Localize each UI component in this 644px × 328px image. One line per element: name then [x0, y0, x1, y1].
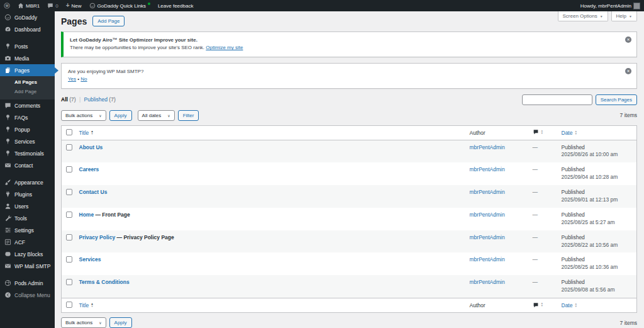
author-link[interactable]: mbrPentAdmin: [470, 212, 505, 218]
pages-submenu: All PagesAdd Page: [0, 76, 55, 99]
leave-feedback-link[interactable]: Leave feedback: [154, 0, 197, 11]
sidebar-item-popup[interactable]: Popup: [0, 123, 55, 135]
page-status: Published: [562, 144, 635, 152]
sidebar-item-label: Testimonials: [14, 150, 44, 157]
page-title-link[interactable]: Home: [79, 212, 94, 218]
godaddy-quick-links-menu[interactable]: GoDaddy Quick Links: [86, 0, 154, 11]
page-title-link[interactable]: Careers: [79, 166, 99, 172]
dismiss-icon[interactable]: ✕: [625, 68, 631, 74]
view-published[interactable]: Published: [84, 96, 108, 103]
quick-links-label: GoDaddy Quick Links: [97, 3, 146, 9]
screen-options-button[interactable]: Screen Options ▼: [558, 11, 608, 21]
admin-bar-comments[interactable]: 0: [43, 0, 62, 11]
sidebar-item-collapse-menu[interactable]: Collapse Menu: [0, 289, 55, 301]
apply-button[interactable]: Apply: [109, 317, 132, 328]
sidebar-item-appearance[interactable]: Appearance: [0, 176, 55, 188]
sidebar-item-users[interactable]: Users: [0, 200, 55, 212]
select-all-checkbox[interactable]: [66, 129, 72, 135]
author-link[interactable]: mbrPentAdmin: [470, 166, 505, 172]
sidebar-item-pods-admin[interactable]: Pods Admin: [0, 277, 55, 289]
author-link[interactable]: mbrPentAdmin: [470, 189, 505, 195]
add-page-button[interactable]: Add Page: [92, 16, 125, 26]
smtp-no-link[interactable]: No: [80, 76, 87, 82]
sidebar-item-comments[interactable]: Comments: [0, 99, 55, 111]
sidebar-item-wp-mail-smtp[interactable]: WP Mail SMTP: [0, 260, 55, 272]
sidebar-item-faqs[interactable]: FAQs: [0, 111, 55, 123]
sort-by-title[interactable]: Title ▲▼: [79, 130, 94, 136]
comment-bubble-icon: [533, 302, 539, 308]
sidebar-item-plugins[interactable]: Plugins: [0, 188, 55, 200]
dismiss-icon[interactable]: ✕: [625, 37, 631, 43]
avatar: [633, 3, 640, 9]
sidebar-item-pages[interactable]: Pages: [0, 64, 55, 76]
help-button[interactable]: Help ▼: [611, 11, 637, 21]
pin-icon: [4, 150, 11, 157]
tablenav-bottom: Bulk actions ∨ Apply 7 items: [61, 317, 637, 328]
all-dates-select[interactable]: All dates ∨: [138, 110, 175, 121]
sidebar-item-dashboard[interactable]: Dashboard: [0, 23, 55, 35]
author-link[interactable]: mbrPentAdmin: [470, 256, 505, 263]
page-title-link[interactable]: Contact Us: [79, 189, 108, 195]
row-checkbox[interactable]: [66, 144, 72, 150]
sidebar-item-lazy-blocks[interactable]: Lazy Blocks: [0, 248, 55, 260]
sort-by-comments[interactable]: ▲▼: [533, 129, 543, 135]
date-column-label: Date: [562, 130, 573, 136]
row-checkbox[interactable]: [66, 234, 72, 240]
author-link[interactable]: mbrPentAdmin: [470, 234, 505, 240]
sidebar-subitem-add-page[interactable]: Add Page: [0, 87, 55, 96]
acf-icon: [4, 239, 11, 246]
bulk-actions-select[interactable]: Bulk actions ∨: [61, 317, 106, 328]
plugins-icon: [4, 191, 11, 198]
page-date: 2025/09/01 at 12:13 pm: [562, 196, 635, 204]
page-title: Pages: [61, 16, 87, 26]
sidebar-item-contact[interactable]: Contact: [0, 159, 55, 171]
sidebar-item-posts[interactable]: Posts: [0, 40, 55, 52]
optimize-site-link[interactable]: Optimize my site: [206, 45, 243, 50]
page-title-link[interactable]: Terms & Conditions: [79, 279, 130, 285]
page-title-link[interactable]: Services: [79, 256, 101, 263]
author-link[interactable]: mbrPentAdmin: [470, 279, 505, 285]
apply-button[interactable]: Apply: [109, 110, 132, 121]
row-checkbox[interactable]: [66, 256, 72, 263]
table-footer-row: Title ▲▼ Author ▲▼ Date ▲▼: [62, 298, 637, 313]
dashboard-icon: [4, 26, 11, 33]
sidebar-subitem-all-pages[interactable]: All Pages: [0, 77, 55, 87]
menu-separator: [0, 35, 55, 40]
site-name-menu[interactable]: MBR1: [14, 0, 43, 11]
my-account-menu[interactable]: Howdy, mbrPentAdmin: [577, 0, 644, 11]
bulk-actions-select[interactable]: Bulk actions ∨: [61, 110, 106, 121]
search-pages-button[interactable]: Search Pages: [596, 94, 637, 105]
page-title-link[interactable]: About Us: [79, 144, 103, 150]
sidebar-item-tools[interactable]: Tools: [0, 212, 55, 224]
pin-icon: [4, 114, 11, 121]
sort-by-date[interactable]: Date ▲▼: [562, 130, 577, 136]
view-all[interactable]: All: [61, 96, 68, 103]
no-comments-dash: —: [533, 212, 538, 218]
row-checkbox[interactable]: [66, 166, 72, 172]
row-checkbox[interactable]: [66, 212, 72, 218]
select-all-checkbox[interactable]: [66, 302, 72, 308]
search-input[interactable]: [522, 94, 592, 105]
filter-button[interactable]: Filter: [178, 110, 199, 121]
sidebar-item-services[interactable]: Services: [0, 135, 55, 147]
author-link[interactable]: mbrPentAdmin: [470, 144, 505, 150]
row-checkbox[interactable]: [66, 279, 72, 285]
table-row: CareersmbrPentAdmin—Published2025/09/04 …: [62, 162, 637, 185]
smtp-yes-link[interactable]: Yes: [68, 76, 76, 82]
sort-by-title[interactable]: Title ▲▼: [79, 302, 94, 308]
sort-by-comments[interactable]: ▲▼: [533, 302, 543, 308]
new-content-menu[interactable]: + New: [62, 0, 86, 11]
wordpress-logo-menu[interactable]: W: [0, 0, 14, 11]
sidebar-item-settings[interactable]: Settings: [0, 224, 55, 236]
svg-text:W: W: [6, 4, 9, 8]
page-date: 2025/08/26 at 10:00 am: [562, 151, 635, 159]
collapse-icon: [4, 291, 11, 298]
sidebar-item-media[interactable]: Media: [0, 52, 55, 64]
sidebar-item-testimonials[interactable]: Testimonials: [0, 147, 55, 159]
page-title-link[interactable]: Privacy Policy: [79, 234, 116, 240]
sidebar-item-acf[interactable]: ACF: [0, 236, 55, 248]
admin-bar: W MBR1 0 + New GoDaddy Quick Links Leave…: [0, 0, 644, 11]
sort-by-date[interactable]: Date ▲▼: [562, 302, 577, 308]
sidebar-item-godaddy[interactable]: GoDaddy: [0, 11, 55, 23]
row-checkbox[interactable]: [66, 189, 72, 195]
